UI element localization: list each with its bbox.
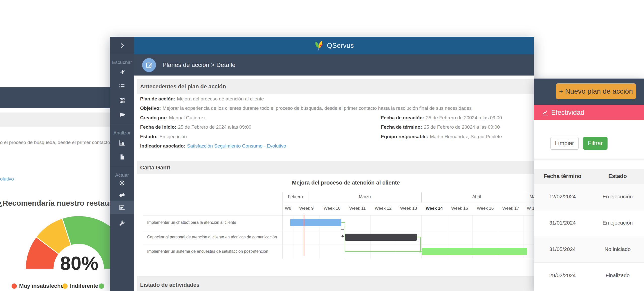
sidebar-item-document[interactable] [110,150,134,163]
cell-estado: Finalizado [591,272,644,278]
ranking-icon [119,204,126,211]
gantt-bar[interactable] [345,234,417,241]
gantt-month-label: May [530,194,534,199]
sidebar-item-dove[interactable] [110,66,134,79]
gantt-row-line [143,244,534,244]
efectividad-banner[interactable]: Efectividad [534,105,644,120]
brand[interactable]: QServus [314,40,354,51]
field-label: Estado: [140,134,158,139]
table-row[interactable]: 31/01/2024En ejecución [534,210,644,236]
legend-label: Muy insatisfecho [19,283,64,289]
gear-icon [119,180,125,186]
ticket-icon [119,192,125,198]
cell-estado: No iniciado [591,246,644,252]
gauge-legend: Muy insatisfechoIndiferente [0,282,110,290]
sidebar-divider [110,167,134,167]
gantt-month-label: Marzo [359,194,371,199]
edit-icon [145,61,153,69]
sidebar-item-column-chart[interactable] [110,136,134,149]
legend-dot [62,283,68,289]
gantt-month-label: Abril [472,194,481,199]
field-value: Manual Gutierrez [169,115,206,121]
limpiar-button[interactable]: Limpiar [550,137,579,150]
gantt-row-line [143,259,534,259]
page: o el proceso de búsqueda, desde el prime… [0,0,644,291]
legend-item[interactable]: Muy insatisfecho [12,282,64,290]
gantt-task-label: Implementar un chatbot para la atención … [147,220,236,225]
column-header-fecha-termino[interactable]: Fecha término [534,173,591,179]
edit-icon-badge [142,58,156,72]
new-plan-button[interactable]: + Nuevo plan de acción [556,83,636,99]
column-chart-icon [119,139,126,146]
left-window-objetivo-fragment: o el proceso de búsqueda, desde el prime… [0,140,110,145]
field-value: 25 de Febrero de 2024 a las 09:00 [178,124,252,130]
sidebar-item-qrcode[interactable] [110,94,134,107]
gantt-task-label: Implementar un sistema de encuestas de s… [147,249,268,254]
gantt-week-label: Week 17 [502,206,519,211]
list-icon [119,83,125,90]
left-window-indicator-link[interactable]: olutivo [0,176,14,182]
sidebar-item-list[interactable] [110,80,134,93]
field-row: Fecha de creación:25 de Febrero de 20024… [381,113,503,123]
field-value: 25 de Febrero de 20024 a las 09:00 [424,124,500,130]
line-chart-icon [542,109,549,116]
breadcrumb-bar: Planes de acción > Detalle [134,54,534,76]
sidebar-group-label-analizar: Analizar [110,130,134,136]
legend-item[interactable]: Indiferente [62,282,98,290]
gantt-week-label: W 18 [527,206,534,211]
sidebar-divider [110,125,134,125]
dove-icon [119,69,126,76]
field-value: En ejecución [159,134,187,139]
brand-name: QServus [327,42,354,50]
sidebar-item-megaphone[interactable] [110,108,134,121]
table-row[interactable]: 12/02/2024En ejecución [534,183,644,210]
gantt-week-label: Week 16 [477,206,494,211]
legend-item[interactable] [99,282,106,290]
megaphone-icon [119,111,126,118]
field-label: Objetivo: [140,105,161,111]
gantt-bar[interactable] [422,248,527,255]
gantt-week-label: Week 9 [299,206,313,211]
cell-fecha-termino: 31/01/2024 [534,220,591,226]
section-antecedentes-title: Antecedentes del plan de acción [137,79,534,94]
filtrar-button[interactable]: Filtrar [583,137,608,150]
left-window-toolbar [0,87,110,108]
sidebar-item-ranking[interactable] [110,201,134,214]
column-header-estado[interactable]: Estado [591,173,644,179]
field-label: Plan de acción: [140,96,175,102]
gantt-row-line [143,230,534,230]
legend-label: Indiferente [70,283,98,289]
cell-fecha-termino: 29/02/2024 [534,272,591,278]
gauge-question-title: ¿Recomendaría nuestro restaurant a un fa [0,199,110,207]
left-window-section-bar [0,113,110,127]
table-row[interactable]: 29/02/2024Finalizado [534,262,644,289]
gantt-bar[interactable] [290,219,341,226]
field-row: Fecha de término:25 de Febrero de 20024 … [381,123,503,132]
gantt-axis-divider [283,192,283,259]
field-label: Creado por: [140,115,167,121]
gantt-task-label: Capacitar al personal de atención al cli… [147,235,277,239]
gantt-week-label: Week 12 [375,206,392,211]
field-label: Indicador asociado: [140,143,185,149]
gantt-week-gridline [421,215,422,259]
sidebar-item-wrench[interactable] [110,217,134,230]
field-value: 25 de Febrero de 20024 a las 09:00 [426,115,502,121]
chevron-right-icon [119,42,125,49]
gantt-row-line [143,215,534,215]
table-row[interactable]: 31/05/2024No iniciado [534,236,644,262]
background-window-left: o el proceso de búsqueda, desde el prime… [0,0,110,291]
right-panel-toolbar: + Nuevo plan de acción [534,79,644,105]
sidebar-item-gear[interactable] [110,176,134,190]
sidebar-toggle-button[interactable] [110,37,134,54]
gantt-chart: FebreroMarzoAbrilMayW8Week 9Week 10Week … [143,192,534,262]
sidebar-item-ticket[interactable] [110,189,134,202]
gantt-month-label: Febrero [288,194,303,199]
right-panel: + Nuevo plan de acción Efectividad Limpi… [534,79,644,291]
table-header: Fecha términoEstado [534,169,644,183]
indicator-link[interactable]: Satisfacción Seguimiento Consumo - Evolu… [187,143,286,149]
wrench-icon [119,220,125,227]
section-carta-gantt-title: Carta Gantt [137,161,534,174]
gantt-week-label: Week 13 [400,206,417,211]
field-label: Equipo responsable: [381,134,428,139]
field-row: Objetivo:Mejorar la experiencia de los c… [140,104,534,113]
